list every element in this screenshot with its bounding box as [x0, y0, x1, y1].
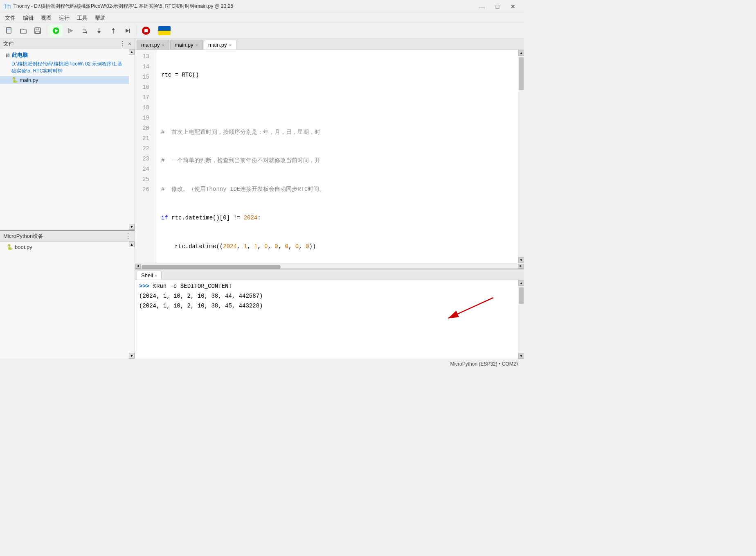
files-scroll-down[interactable]: ▼: [129, 224, 135, 230]
tab-1[interactable]: main.py ×: [137, 40, 169, 50]
svg-marker-9: [85, 31, 87, 34]
titlebar: Th Thonny - D:\核桃派例程代码\核桃派PicoW\02-示例程序\…: [0, 0, 524, 13]
line-numbers: 13 14 15 16 17 18 19 20 21 22 23 24 25 2…: [135, 50, 156, 263]
shell-command: %Run -c $EDITOR_CONTENT: [153, 283, 232, 289]
app-icon: Th: [3, 3, 11, 10]
menu-file[interactable]: 文件: [2, 14, 19, 23]
device-menu-dots[interactable]: ⋮: [125, 232, 131, 240]
shell-vscroll-up[interactable]: ▲: [518, 280, 524, 286]
files-menu-dots[interactable]: ⋮: [119, 40, 126, 47]
shell-output-1: (2024, 1, 10, 2, 10, 38, 44, 442587): [139, 292, 514, 301]
device-scroll-down[interactable]: ▼: [129, 353, 135, 359]
shell-command-line: >>> %Run -c $EDITOR_CONTENT: [139, 282, 514, 292]
step-out-button[interactable]: [107, 25, 120, 37]
maximize-button[interactable]: □: [490, 1, 505, 12]
code-line-15: # 首次上电配置时间，按顺序分别是：年，月，日，星期，时: [161, 127, 513, 137]
shell-vscroll-down[interactable]: ▼: [518, 353, 524, 359]
run-button[interactable]: [50, 25, 63, 37]
shell-tab-close[interactable]: ×: [155, 273, 157, 278]
statusbar: MicroPython (ESP32) • COM27: [0, 359, 524, 368]
ukraine-flag: [158, 26, 171, 35]
tab-2-close[interactable]: ×: [195, 43, 198, 47]
svg-rect-4: [36, 31, 40, 33]
window-controls: — □ ✕: [475, 1, 520, 12]
device-title: MicroPython设备: [3, 233, 43, 240]
stop-button[interactable]: [140, 25, 153, 37]
editor-tabs: main.py × main.py × main.py ×: [135, 38, 524, 50]
new-file-button[interactable]: [2, 25, 16, 37]
tab-2[interactable]: main.py ×: [170, 40, 203, 50]
python-icon: 🐍: [11, 77, 18, 83]
shell-tab-label: Shell: [141, 272, 153, 278]
file-label: main.py: [20, 77, 38, 83]
editor-hscroll[interactable]: ◄ ►: [135, 263, 524, 269]
device-scroll-area: ▲ 🐍 boot.py ▼: [0, 242, 135, 359]
step-into-button[interactable]: [92, 25, 106, 37]
editor-vscroll-up[interactable]: ▲: [518, 50, 524, 56]
editor-vscroll-down[interactable]: ▼: [518, 257, 524, 263]
device-section-header: MicroPython设备 ⋮: [0, 231, 135, 242]
debug-button[interactable]: [64, 25, 77, 37]
code-line-14: [161, 99, 513, 109]
resume-button[interactable]: [121, 25, 134, 37]
files-title: 文件: [3, 40, 14, 47]
minimize-button[interactable]: —: [475, 1, 489, 12]
code-line-16: # 一个简单的判断，检查到当前年份不对就修改当前时间，开: [161, 156, 513, 166]
tab-1-close[interactable]: ×: [162, 43, 165, 47]
this-pc-item[interactable]: 🖥 此电脑: [0, 51, 129, 60]
shell-output-2: (2024, 1, 10, 2, 10, 38, 45, 443228): [139, 301, 514, 311]
toolbar-separator-1: [47, 26, 47, 36]
menu-help[interactable]: 帮助: [92, 14, 109, 23]
files-section-header: 文件 ⋮ ×: [0, 38, 135, 49]
pc-label: 此电脑: [12, 52, 28, 59]
right-pane: main.py × main.py × main.py × 13 14 15 1…: [135, 38, 524, 359]
tab-2-label: main.py: [175, 42, 194, 48]
hscroll-left[interactable]: ◄: [135, 264, 141, 269]
toolbar: [0, 23, 524, 38]
code-line-18: if rtc.datetime()[0] != 2024:: [161, 213, 513, 223]
editor-vscroll-track[interactable]: [518, 56, 524, 257]
menu-view[interactable]: 视图: [38, 14, 55, 23]
tab-3-label: main.py: [208, 42, 227, 48]
code-text-area[interactable]: rtc = RTC() # 首次上电配置时间，按顺序分别是：年，月，日，星期，时…: [156, 50, 518, 263]
python-device-icon: 🐍: [7, 244, 13, 250]
file-item[interactable]: 🐍 main.py: [0, 76, 129, 84]
device-file-item[interactable]: 🐍 boot.py: [0, 243, 129, 251]
editor-vscroll[interactable]: ▲ ▼: [518, 50, 524, 263]
shell-content[interactable]: >>> %Run -c $EDITOR_CONTENT (2024, 1, 10…: [135, 280, 518, 359]
path-detail[interactable]: D:\核桃派例程代码\核桃派PicoW\ 02-示例程序\1.基础实验\5. R…: [0, 60, 129, 76]
toolbar-separator-2: [137, 26, 137, 36]
menu-tools[interactable]: 工具: [74, 14, 91, 23]
files-scroll-area: ▲ 🖥 此电脑 D:\核桃派例程代码\核桃派PicoW\ 02-示例程序\1.基…: [0, 49, 135, 230]
close-button[interactable]: ✕: [506, 1, 520, 12]
device-scroll-up[interactable]: ▲: [129, 242, 135, 247]
menu-edit[interactable]: 编辑: [20, 14, 37, 23]
svg-marker-14: [126, 29, 129, 33]
tab-3[interactable]: main.py ×: [204, 40, 236, 50]
hscroll-right[interactable]: ►: [518, 264, 524, 269]
shell-panel: Shell × >>> %Run -c $EDITOR_CONTENT (202…: [135, 269, 524, 359]
shell-vscroll-thumb[interactable]: [519, 287, 524, 304]
open-file-button[interactable]: [17, 25, 30, 37]
code-content[interactable]: 13 14 15 16 17 18 19 20 21 22 23 24 25 2…: [135, 50, 524, 263]
device-file-label: boot.py: [15, 244, 32, 250]
menu-run[interactable]: 运行: [56, 14, 73, 23]
step-over-button[interactable]: [78, 25, 91, 37]
files-scroll-up[interactable]: ▲: [129, 49, 135, 55]
shell-vscroll[interactable]: ▲ ▼: [518, 280, 524, 359]
status-text: MicroPython (ESP32) • COM27: [450, 361, 519, 367]
files-close-btn[interactable]: ×: [128, 41, 131, 47]
code-editor: 13 14 15 16 17 18 19 20 21 22 23 24 25 2…: [135, 50, 524, 269]
save-file-button[interactable]: [31, 25, 44, 37]
svg-rect-17: [144, 29, 148, 32]
svg-rect-0: [7, 27, 11, 33]
shell-prompt: >>>: [139, 283, 149, 289]
tab-3-close[interactable]: ×: [228, 43, 232, 47]
code-line-17: # 修改。（使用Thonny IDE连接开发板会自动同步RTC时间。: [161, 184, 513, 194]
pc-icon: 🖥: [5, 52, 10, 59]
hscroll-thumb[interactable]: [142, 265, 281, 269]
shell-tab[interactable]: Shell ×: [137, 271, 162, 280]
shell-tabs: Shell ×: [135, 269, 524, 280]
editor-vscroll-thumb[interactable]: [519, 57, 524, 90]
shell-vscroll-track[interactable]: [518, 286, 524, 353]
